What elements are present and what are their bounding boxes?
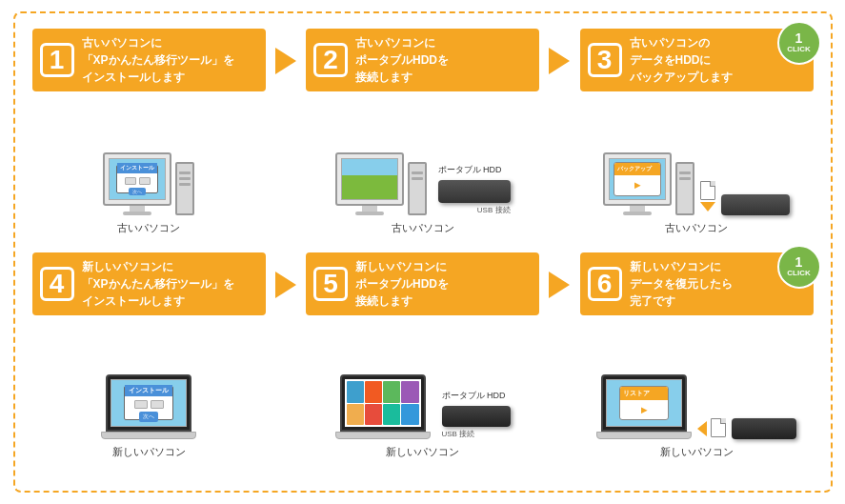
arrow-icon-2 <box>549 48 570 74</box>
step-1-label: 古いパソコン <box>117 221 180 235</box>
arrow-icon-4 <box>275 272 296 298</box>
step-6-block: 6 新しいパソコンにデータを復元したら完了です 1 CLICK リストア <box>580 252 814 459</box>
click-number-3: 1 <box>795 31 803 46</box>
step-4-text: 新しいパソコンに「XPかんたん移行ツール」をインストールします <box>82 258 234 310</box>
old-pc-2 <box>335 152 427 215</box>
hdd-2: ポータブル HDD USB 接続 <box>438 164 511 215</box>
arrow-2-3 <box>544 48 574 74</box>
backup-dialog-content: ▶ <box>614 175 660 195</box>
row-2: 4 新しいパソコンに「XPかんたん移行ツール」をインストールします インストール <box>32 252 814 459</box>
old-pc-3: バックアップ ▶ <box>603 152 694 215</box>
hdd-label-5: ポータブル HDD <box>442 390 506 402</box>
new-laptop-5 <box>335 374 431 439</box>
step-5-number: 5 <box>313 267 348 301</box>
step-3-number: 3 <box>588 43 622 77</box>
step-2-number: 2 <box>313 43 348 77</box>
step-6-text: 新しいパソコンにデータを復元したら完了です <box>630 258 733 310</box>
step-3-header: 3 古いパソコンのデータをHDDにバックアップします 1 CLICK <box>580 29 814 91</box>
step-4-header: 4 新しいパソコンに「XPかんたん移行ツール」をインストールします <box>32 252 266 315</box>
restore-dialog-content: ▶ <box>620 400 668 419</box>
step-4-image: インストール 次へ <box>32 319 266 443</box>
main-container: 1 古いパソコンに「XPかんたん移行ツール」をインストールします インストール <box>13 11 833 493</box>
step-1-text: 古いパソコンに「XPかんたん移行ツール」をインストールします <box>82 34 234 86</box>
step-5-text: 新しいパソコンにポータブルHDDを接続します <box>355 258 449 310</box>
step-1-block: 1 古いパソコンに「XPかんたん移行ツール」をインストールします インストール <box>32 29 266 235</box>
restore-arrow-6 <box>697 418 726 439</box>
step-3-label: 古いパソコン <box>665 221 728 235</box>
hdd-3 <box>721 194 790 215</box>
hdd-5: ポータブル HDD USB 接続 <box>442 390 511 439</box>
restore-dialog-title: リストア <box>620 387 668 400</box>
arrow-1-2 <box>271 48 301 74</box>
step-2-header: 2 古いパソコンにポータブルHDDを接続します <box>306 29 539 91</box>
step-5-header: 5 新しいパソコンにポータブルHDDを接続します <box>306 252 539 315</box>
new-laptop-4: インストール 次へ <box>101 374 196 439</box>
step-3-text: 古いパソコンのデータをHDDにバックアップします <box>630 34 733 86</box>
row-1: 1 古いパソコンに「XPかんたん移行ツール」をインストールします インストール <box>32 29 814 235</box>
file-copy-3 <box>700 181 715 212</box>
step-6-header: 6 新しいパソコンにデータを復元したら完了です 1 CLICK <box>580 252 814 315</box>
click-badge-3: 1 CLICK <box>777 21 821 65</box>
step-2-label: 古いパソコン <box>392 221 454 235</box>
step-2-block: 2 古いパソコンにポータブルHDDを接続します <box>306 29 539 235</box>
click-number-6: 1 <box>795 255 803 270</box>
step-5-image: ポータブル HDD USB 接続 <box>306 319 539 443</box>
step-6-number: 6 <box>588 267 622 301</box>
step-4-label: 新しいパソコン <box>112 445 186 459</box>
old-pc-1: インストール 次へ <box>103 152 194 215</box>
hdd-6 <box>732 418 796 439</box>
step-5-block: 5 新しいパソコンにポータブルHDDを接続します <box>306 252 539 459</box>
arrow-icon-5 <box>549 272 570 298</box>
step-4-number: 4 <box>40 267 74 301</box>
arrow-4-5 <box>271 272 301 298</box>
step-2-text: 古いパソコンにポータブルHDDを接続します <box>355 34 449 86</box>
backup-dialog-title: バックアップ <box>614 163 660 175</box>
step-2-image: ポータブル HDD USB 接続 <box>306 95 539 219</box>
usb-label-5: USB 接続 <box>442 429 475 439</box>
arrow-icon-1 <box>275 48 296 74</box>
step-1-header: 1 古いパソコンに「XPかんたん移行ツール」をインストールします <box>32 29 266 91</box>
restore-arrow-icon <box>697 421 707 436</box>
click-label-6: CLICK <box>787 270 810 278</box>
step-6-image: リストア ▶ <box>580 319 814 443</box>
step-1-image: インストール 次へ <box>32 95 266 219</box>
step-3-block: 3 古いパソコンのデータをHDDにバックアップします 1 CLICK バ <box>580 29 814 235</box>
step-6-label: 新しいパソコン <box>660 445 734 459</box>
click-label-3: CLICK <box>787 46 810 54</box>
install-title-4: インストール <box>125 385 172 396</box>
step-1-number: 1 <box>40 43 74 77</box>
arrow-5-6 <box>544 272 574 298</box>
usb-label-2: USB 接続 <box>438 205 511 215</box>
step-3-image: バックアップ ▶ <box>580 95 814 219</box>
step-4-block: 4 新しいパソコンに「XPかんたん移行ツール」をインストールします インストール <box>32 252 266 459</box>
install-title-1: インストール <box>117 163 157 173</box>
click-badge-6: 1 CLICK <box>777 245 821 289</box>
new-laptop-6: リストア ▶ <box>596 374 692 439</box>
hdd-label-2: ポータブル HDD <box>438 164 502 176</box>
step-5-label: 新しいパソコン <box>386 445 459 459</box>
